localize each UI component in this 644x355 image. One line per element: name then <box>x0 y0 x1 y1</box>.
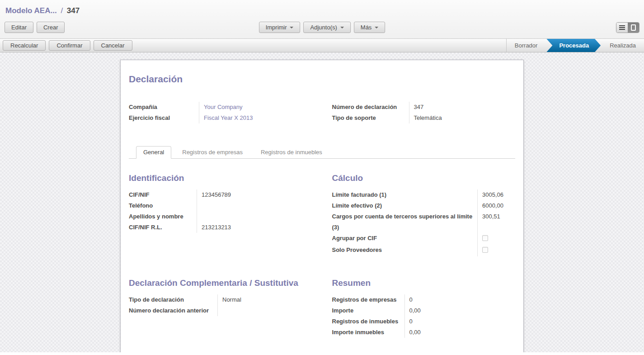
record-buttons: Editar Crear <box>5 22 65 33</box>
field-label: Registros de empresas <box>332 294 404 305</box>
status-procesada[interactable]: Procesada <box>546 39 601 52</box>
breadcrumb-parent-link[interactable]: Modelo AEA... <box>5 6 57 15</box>
field-tipo-declaracion: Tipo de declaración Normal <box>129 294 312 305</box>
view-switcher <box>616 22 639 33</box>
field-ejercicio-fiscal: Ejercicio fiscal Fiscal Year X 2013 <box>129 113 312 123</box>
field-value <box>197 200 312 211</box>
section-title: Cálculo <box>332 173 516 183</box>
edit-button[interactable]: Editar <box>5 22 33 33</box>
field-label: Número de declaración <box>332 102 409 113</box>
list-view-button[interactable] <box>616 23 628 33</box>
status-realizada[interactable]: Realizada <box>602 39 644 52</box>
field-label: Límite facturado (1) <box>332 189 478 200</box>
field-value: 6000,00 <box>477 200 515 211</box>
tab-general[interactable]: General <box>136 146 171 159</box>
list-icon <box>619 25 625 30</box>
field-value: 0,00 <box>404 327 516 338</box>
field-cif-nif: CIF/NIF 123456789 <box>129 189 312 200</box>
field-apellidos-nombre: Apellidos y nombre <box>129 211 312 222</box>
field-value: 0,00 <box>404 305 516 316</box>
statusbar: Borrador Procesada Realizada <box>506 39 644 52</box>
field-label: Tipo de declaración <box>129 294 217 305</box>
field-label: Teléfono <box>129 200 197 211</box>
field-numero-declaracion: Número de declaración 347 <box>332 102 516 113</box>
field-cif-nif-rl: CIF/NIF R.L. 213213213 <box>129 222 312 233</box>
toolbar: Editar Crear Imprimir Adjunto(s) Más <box>5 22 639 36</box>
caret-down-icon <box>375 27 378 28</box>
form-sheet: Declaración Compañía Your Company Ejerci… <box>120 60 524 352</box>
section-identificacion: Identificación CIF/NIF 123456789 Teléfon… <box>129 173 312 256</box>
attachments-label: Adjunto(s) <box>310 24 337 31</box>
notebook-tabs: General Registros de empresas Registros … <box>129 146 515 159</box>
section-complementaria: Declaración Complementaria / Sustitutiva… <box>129 278 312 338</box>
attachments-dropdown-button[interactable]: Adjunto(s) <box>304 22 351 33</box>
status-borrador[interactable]: Borrador <box>507 39 546 52</box>
form-icon <box>631 24 636 31</box>
field-compania: Compañía Your Company <box>129 102 312 113</box>
breadcrumb-current: 347 <box>67 6 80 15</box>
print-dropdown-button[interactable]: Imprimir <box>259 22 301 33</box>
field-label: Importe inmuebles <box>332 327 404 338</box>
field-label: Compañía <box>129 102 199 113</box>
field-value: Normal <box>217 294 312 305</box>
section-calculo: Cálculo Límite facturado (1) 3005,06 Lím… <box>332 173 516 256</box>
breadcrumb: Modelo AEA... / 347 <box>5 5 639 22</box>
field-importe-inmuebles: Importe inmuebles 0,00 <box>332 327 516 338</box>
field-label: Registros de inmuebles <box>332 316 404 327</box>
control-panel: Modelo AEA... / 347 Editar Crear Imprimi… <box>0 0 644 38</box>
tab-general-content: Identificación CIF/NIF 123456789 Teléfon… <box>129 173 515 338</box>
field-tipo-soporte: Tipo de soporte Telemática <box>332 113 516 123</box>
field-value <box>477 245 515 256</box>
field-agrupar-por-cif: Agrupar por CIF <box>332 233 516 245</box>
form-view-button[interactable] <box>628 23 639 33</box>
field-value: 300,51 <box>477 211 515 233</box>
field-label: CIF/NIF <box>129 189 197 200</box>
header-fields-left: Compañía Your Company Ejercicio fiscal F… <box>129 102 312 123</box>
field-value: Telemática <box>409 113 516 123</box>
field-cargos-terceros: Cargos por cuenta de terceros superiores… <box>332 211 516 233</box>
company-link[interactable]: Your Company <box>199 102 312 113</box>
confirm-button[interactable]: Confirmar <box>49 40 90 51</box>
cancel-button[interactable]: Cancelar <box>94 40 132 51</box>
field-value <box>217 305 312 316</box>
field-label: Tipo de soporte <box>332 113 409 123</box>
field-value <box>477 233 515 245</box>
more-dropdown-button[interactable]: Más <box>354 22 385 33</box>
tab-registros-empresas[interactable]: Registros de empresas <box>175 146 250 159</box>
field-solo-proveedores: Solo Proveedores <box>332 245 516 256</box>
field-registros-inmuebles: Registros de inmuebles 0 <box>332 316 516 327</box>
form-action-bar: Recalcular Confirmar Cancelar Borrador P… <box>0 38 644 52</box>
field-label: CIF/NIF R.L. <box>129 222 197 233</box>
field-value: 0 <box>404 294 516 305</box>
more-label: Más <box>361 24 372 31</box>
sidebar-buttons: Imprimir Adjunto(s) Más <box>259 22 385 33</box>
field-limite-facturado: Límite facturado (1) 3005,06 <box>332 189 516 200</box>
section-title: Declaración Complementaria / Sustitutiva <box>129 278 312 288</box>
section-title: Resumen <box>332 278 516 288</box>
form-view-container[interactable]: Declaración Compañía Your Company Ejerci… <box>0 52 644 352</box>
recalculate-button[interactable]: Recalcular <box>3 40 46 51</box>
field-label: Número declaración anterior <box>129 305 217 316</box>
field-limite-efectivo: Límite efectivo (2) 6000,00 <box>332 200 516 211</box>
field-value: 123456789 <box>197 189 312 200</box>
field-value: 0 <box>404 316 516 327</box>
print-label: Imprimir <box>266 24 287 31</box>
agrupar-por-cif-checkbox[interactable] <box>482 235 488 241</box>
field-label: Apellidos y nombre <box>129 211 197 222</box>
field-label: Solo Proveedores <box>332 245 478 256</box>
field-label: Cargos por cuenta de terceros superiores… <box>332 211 478 233</box>
solo-proveedores-checkbox[interactable] <box>482 247 488 253</box>
field-label: Importe <box>332 305 404 316</box>
create-button[interactable]: Crear <box>37 22 65 33</box>
field-registros-empresas: Registros de empresas 0 <box>332 294 516 305</box>
field-label: Ejercicio fiscal <box>129 113 199 123</box>
header-field-group: Compañía Your Company Ejercicio fiscal F… <box>129 102 515 123</box>
field-value <box>197 211 312 222</box>
tab-registros-inmuebles[interactable]: Registros de inmuebles <box>254 146 329 159</box>
field-value: 347 <box>409 102 516 113</box>
breadcrumb-separator: / <box>59 6 65 15</box>
caret-down-icon <box>290 27 294 28</box>
field-label: Agrupar por CIF <box>332 233 478 245</box>
field-telefono: Teléfono <box>129 200 312 211</box>
fiscal-year-link[interactable]: Fiscal Year X 2013 <box>199 113 312 123</box>
